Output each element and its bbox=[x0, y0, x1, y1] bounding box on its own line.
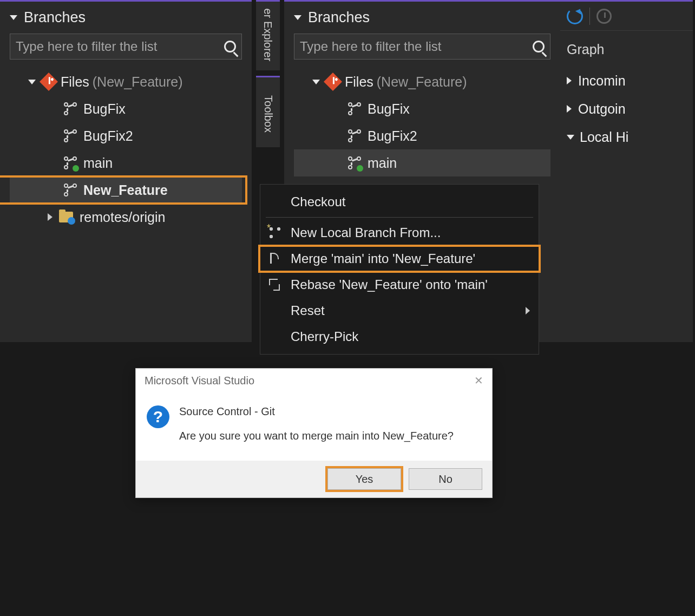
panel-title: Branches bbox=[308, 9, 370, 26]
branch-icon bbox=[348, 156, 361, 169]
tab-server-explorer[interactable]: er Explorer bbox=[256, 0, 280, 70]
branch-label: BugFix bbox=[368, 101, 410, 117]
question-icon: ? bbox=[147, 405, 169, 428]
filter-box[interactable] bbox=[294, 34, 550, 60]
new-branch-icon bbox=[268, 226, 282, 240]
caret-right-icon bbox=[567, 105, 572, 113]
search-icon[interactable] bbox=[533, 41, 545, 53]
branch-label: BugFix2 bbox=[83, 128, 133, 144]
branch-label: main bbox=[83, 155, 113, 171]
files-node[interactable]: Files(New_Feature) bbox=[10, 68, 242, 95]
remotes-label: remotes/origin bbox=[80, 209, 165, 225]
branch-icon bbox=[64, 184, 77, 196]
dialog-titlebar: Microsoft Visual Studio ✕ bbox=[136, 369, 492, 392]
local-history-row[interactable]: Local Hi bbox=[567, 123, 686, 151]
caret-down-icon bbox=[10, 15, 17, 20]
caret-down-icon bbox=[294, 15, 301, 20]
branch-item-bugfix2[interactable]: BugFix2 bbox=[294, 122, 550, 149]
menu-reset[interactable]: Reset bbox=[260, 298, 539, 324]
caret-down-icon bbox=[567, 135, 574, 140]
dialog-title-text: Microsoft Visual Studio bbox=[145, 375, 254, 387]
merge-icon bbox=[268, 252, 282, 266]
panel-header[interactable]: Branches bbox=[294, 9, 550, 26]
menu-new-branch[interactable]: New Local Branch From... bbox=[260, 220, 539, 246]
dialog-footer: Yes No bbox=[136, 461, 492, 497]
menu-merge[interactable]: Merge 'main' into 'New_Feature' bbox=[260, 246, 539, 272]
branch-label: New_Feature bbox=[83, 182, 168, 198]
git-history-panel: Graph Incomin Outgoin Local Hi bbox=[560, 0, 693, 342]
refresh-icon[interactable] bbox=[567, 8, 583, 24]
branch-tree: Files(New_Feature) BugFix BugFix2 main bbox=[294, 68, 550, 176]
branch-item-bugfix[interactable]: BugFix bbox=[10, 95, 242, 122]
branch-item-bugfix[interactable]: BugFix bbox=[294, 95, 550, 122]
branch-label: BugFix bbox=[83, 101, 126, 117]
panel-header[interactable]: Branches bbox=[10, 9, 242, 26]
branches-panel-left: Branches Files(New_Feature) BugFix BugFi… bbox=[0, 0, 252, 342]
branch-context-menu: Checkout New Local Branch From... Merge … bbox=[260, 184, 539, 355]
submenu-arrow-icon bbox=[526, 307, 530, 314]
branch-label: main bbox=[368, 155, 397, 171]
filter-input[interactable] bbox=[16, 39, 224, 54]
branch-label: BugFix2 bbox=[368, 128, 417, 144]
git-repo-icon bbox=[324, 73, 342, 91]
menu-checkout[interactable]: Checkout bbox=[260, 189, 539, 215]
tab-toolbox[interactable]: Toolbox bbox=[256, 76, 280, 147]
files-label: Files(New_Feature) bbox=[61, 74, 183, 90]
git-repo-icon bbox=[40, 73, 58, 91]
search-icon[interactable] bbox=[224, 41, 236, 53]
close-icon[interactable]: ✕ bbox=[474, 374, 483, 387]
files-node[interactable]: Files(New_Feature) bbox=[294, 68, 550, 95]
filter-box[interactable] bbox=[10, 34, 242, 60]
branch-item-new-feature[interactable]: New_Feature bbox=[10, 176, 242, 204]
history-icon[interactable] bbox=[596, 9, 612, 24]
rebase-icon bbox=[268, 278, 282, 292]
incoming-row[interactable]: Incomin bbox=[567, 67, 686, 95]
outgoing-row[interactable]: Outgoin bbox=[567, 95, 686, 123]
caret-down-icon bbox=[28, 80, 36, 84]
separator bbox=[589, 8, 590, 25]
menu-rebase[interactable]: Rebase 'New_Feature' onto 'main' bbox=[260, 272, 539, 298]
remote-folder-icon bbox=[59, 212, 73, 222]
separator bbox=[266, 217, 533, 218]
branch-icon bbox=[348, 129, 361, 142]
graph-column-header: Graph bbox=[567, 35, 686, 63]
yes-button[interactable]: Yes bbox=[327, 468, 401, 490]
branch-item-bugfix2[interactable]: BugFix2 bbox=[10, 122, 242, 149]
files-label: Files(New_Feature) bbox=[345, 74, 467, 90]
panel-title: Branches bbox=[24, 9, 86, 26]
side-tabs: er Explorer Toolbox bbox=[256, 0, 280, 153]
caret-right-icon bbox=[48, 213, 53, 221]
menu-cherry-pick[interactable]: Cherry-Pick bbox=[260, 324, 539, 350]
caret-right-icon bbox=[567, 77, 572, 84]
caret-down-icon bbox=[312, 80, 320, 84]
dialog-question: Are you sure you want to merge main into… bbox=[179, 430, 454, 442]
branch-item-main[interactable]: main bbox=[10, 149, 242, 176]
branch-item-main[interactable]: main bbox=[294, 149, 550, 176]
branch-icon bbox=[348, 102, 361, 115]
remotes-node[interactable]: remotes/origin bbox=[10, 204, 242, 231]
no-button[interactable]: No bbox=[409, 468, 482, 490]
branch-icon bbox=[64, 156, 77, 169]
filter-input[interactable] bbox=[300, 39, 533, 54]
history-toolbar bbox=[560, 2, 693, 31]
branch-tree: Files(New_Feature) BugFix BugFix2 main N… bbox=[10, 68, 242, 231]
branch-icon bbox=[64, 102, 77, 115]
confirm-dialog: Microsoft Visual Studio ✕ ? Source Contr… bbox=[135, 368, 493, 498]
dialog-heading: Source Control - Git bbox=[179, 405, 454, 418]
branch-icon bbox=[64, 129, 77, 142]
